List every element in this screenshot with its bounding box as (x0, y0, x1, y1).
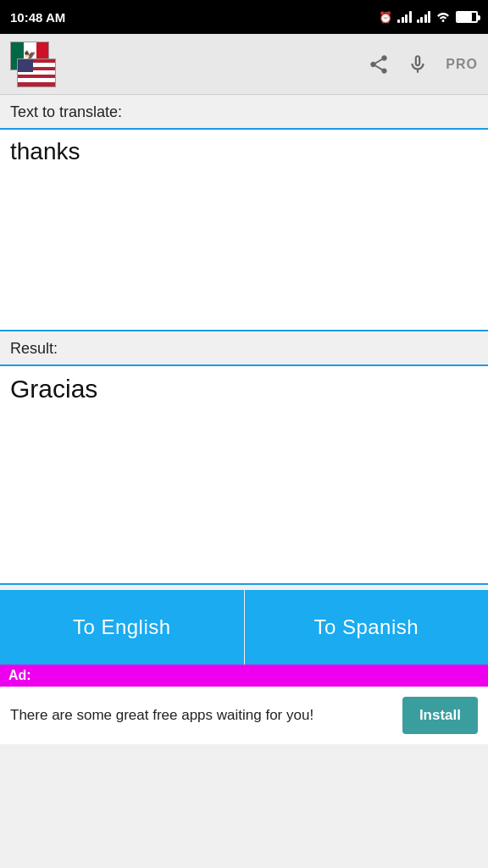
input-area-wrapper: thanks (0, 128, 488, 331)
result-area-wrapper: Gracias (0, 364, 488, 585)
to-spanish-button[interactable]: To Spanish (245, 590, 489, 665)
status-bar: 10:48 AM ⏰ (0, 0, 488, 34)
ad-label: Ad: (8, 668, 31, 682)
microphone-button[interactable] (407, 52, 429, 77)
main-content: Text to translate: thanks Result: Gracia… (0, 95, 488, 868)
result-label: Result: (0, 331, 488, 364)
ad-text: There are some great free apps waiting f… (10, 705, 392, 726)
app-bar: 🦅 PRO (0, 34, 488, 95)
battery-icon (456, 11, 478, 23)
to-english-button[interactable]: To English (0, 590, 244, 665)
result-text: Gracias (10, 375, 478, 403)
signal-bars-1 (397, 11, 412, 23)
status-icons: ⏰ (379, 10, 478, 25)
signal-bars-2 (417, 11, 431, 23)
usa-flag (17, 58, 56, 87)
button-row: To English To Spanish (0, 590, 488, 665)
text-input[interactable]: thanks (10, 138, 478, 316)
input-label: Text to translate: (0, 95, 488, 128)
ad-banner: Ad: (0, 665, 488, 687)
alarm-icon: ⏰ (379, 11, 392, 24)
flag-container: 🦅 (10, 42, 58, 87)
status-time: 10:48 AM (10, 10, 65, 25)
pro-label: PRO (446, 57, 478, 72)
install-button[interactable]: Install (402, 697, 478, 734)
share-button[interactable] (368, 53, 390, 75)
wifi-icon (435, 10, 451, 25)
ad-content: There are some great free apps waiting f… (0, 687, 488, 744)
app-bar-icons: PRO (368, 52, 478, 77)
